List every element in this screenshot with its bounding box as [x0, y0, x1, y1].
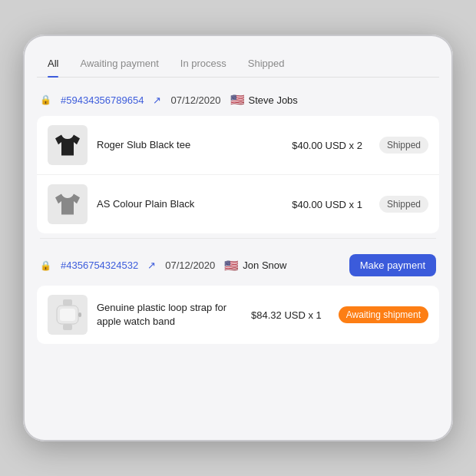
order-item-2-1: Genuine plastic loop strap for apple wat… — [37, 286, 439, 344]
make-payment-button[interactable]: Make payment — [349, 254, 436, 276]
order-items-1: Roger Slub Black tee $40.00 USD x 2 Ship… — [37, 116, 439, 233]
status-badge-2-1: Awaiting shipment — [339, 306, 428, 323]
order-date-1: 07/12/2020 — [170, 94, 220, 106]
order-group-1: 🔒 #59434356789654 ↗ 07/12/2020 🇺🇸 Steve … — [37, 87, 439, 233]
lock-icon: 🔒 — [40, 94, 51, 105]
order-id-1[interactable]: #59434356789654 — [61, 94, 144, 106]
tab-all[interactable]: All — [37, 50, 69, 77]
item-name-1-2: AS Colour Plain Black — [97, 197, 283, 211]
order-customer-2: 🇺🇸 Jon Snow — [224, 259, 286, 273]
order-date-2: 07/12/2020 — [165, 259, 215, 271]
lock-icon-2: 🔒 — [40, 260, 51, 271]
order-items-2: Genuine plastic loop strap for apple wat… — [37, 286, 439, 344]
order-group-2: 🔒 #4356754324532 ↗ 07/12/2020 🇺🇸 Jon Sno… — [37, 248, 439, 344]
item-image-1-1 — [48, 125, 88, 165]
order-item-1-2: AS Colour Plain Black $40.00 USD x 1 Shi… — [37, 175, 439, 233]
tab-shipped[interactable]: Shipped — [237, 50, 296, 77]
order-header-2: 🔒 #4356754324532 ↗ 07/12/2020 🇺🇸 Jon Sno… — [37, 248, 439, 283]
order-id-2[interactable]: #4356754324532 — [61, 259, 138, 271]
tab-bar: All Awaiting payment In process Shipped — [37, 50, 439, 78]
device-frame: All Awaiting payment In process Shipped … — [23, 35, 453, 441]
svg-rect-3 — [63, 324, 72, 330]
order-item-1-1: Roger Slub Black tee $40.00 USD x 2 Ship… — [37, 116, 439, 175]
item-price-1-2: $40.00 USD x 1 — [292, 199, 362, 210]
item-image-2-1 — [48, 295, 88, 335]
status-badge-1-2: Shipped — [379, 196, 428, 213]
tshirt-grey-icon — [52, 189, 83, 220]
item-name-2-1: Genuine plastic loop strap for apple wat… — [97, 301, 242, 329]
svg-rect-4 — [78, 312, 81, 317]
item-price-1-1: $40.00 USD x 2 — [292, 140, 362, 151]
watch-icon — [51, 298, 84, 332]
order-divider — [40, 238, 436, 239]
item-name-1-1: Roger Slub Black tee — [97, 138, 283, 152]
flag-2: 🇺🇸 — [224, 259, 239, 273]
svg-rect-2 — [60, 309, 75, 321]
export-icon-1[interactable]: ↗ — [153, 94, 161, 106]
flag-1: 🇺🇸 — [230, 93, 245, 107]
tab-awaiting-payment[interactable]: Awaiting payment — [69, 50, 169, 77]
order-customer-1: 🇺🇸 Steve Jobs — [230, 93, 298, 107]
order-header-1: 🔒 #59434356789654 ↗ 07/12/2020 🇺🇸 Steve … — [37, 87, 439, 113]
tab-in-process[interactable]: In process — [170, 50, 237, 77]
item-price-2-1: $84.32 USD x 1 — [251, 309, 322, 321]
export-icon-2[interactable]: ↗ — [147, 259, 156, 271]
tshirt-dark-icon — [52, 130, 83, 160]
item-image-1-2 — [48, 184, 88, 224]
svg-rect-0 — [63, 299, 72, 306]
status-badge-1-1: Shipped — [379, 137, 428, 154]
